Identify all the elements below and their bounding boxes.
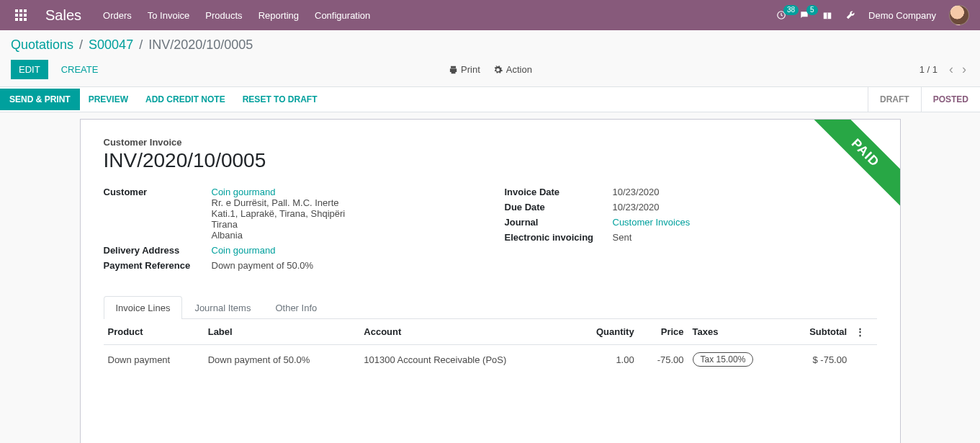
gear-icon — [493, 65, 503, 75]
td-subtotal: $ -75.00 — [786, 345, 851, 375]
company-name[interactable]: Demo Company — [868, 10, 936, 21]
th-account: Account — [359, 319, 572, 345]
menu-configuration[interactable]: Configuration — [315, 10, 370, 21]
th-options[interactable]: ⋮ — [851, 319, 876, 345]
einv-label: Electronic invoicing — [505, 232, 613, 243]
activities-indicator[interactable]: 38 — [776, 10, 786, 20]
delivery-link[interactable]: Coin gourmand — [212, 245, 276, 256]
tax-pill[interactable]: Tax 15.00% — [693, 352, 754, 367]
tab-invoice-lines[interactable]: Invoice Lines — [104, 296, 183, 319]
addr-line-2: Kati.1, Laprakë, Tirana, Shqipëri — [212, 208, 346, 219]
invoice-date-value: 10/23/2020 — [613, 187, 660, 197]
send-print-button[interactable]: SEND & PRINT — [0, 89, 80, 110]
gift-icon[interactable] — [822, 10, 832, 20]
customer-label: Customer — [104, 187, 212, 197]
apps-icon[interactable] — [11, 9, 31, 21]
doc-type-label: Customer Invoice — [104, 137, 877, 148]
due-date-label: Due Date — [505, 202, 613, 212]
menu-products[interactable]: Products — [205, 10, 242, 21]
topbar-right: 38 5 Demo Company — [776, 5, 969, 25]
addr-line-4: Albania — [212, 230, 346, 241]
user-avatar[interactable] — [949, 5, 969, 25]
pager-prev[interactable]: ‹ — [946, 62, 956, 77]
td-label: Down payment of 50.0% — [204, 345, 360, 375]
create-button[interactable]: CREATE — [54, 61, 106, 79]
status-draft[interactable]: DRAFT — [868, 87, 921, 112]
payref-label: Payment Reference — [104, 260, 212, 271]
body-scroll[interactable]: PAID Customer Invoice INV/2020/10/0005 C… — [0, 119, 980, 443]
addr-line-1: Rr. e Durrësit, Pall. M.C. Inerte — [212, 197, 346, 208]
app-title[interactable]: Sales — [45, 7, 81, 24]
preview-button[interactable]: PREVIEW — [80, 89, 137, 109]
th-subtotal: Subtotal — [786, 319, 851, 345]
payref-value: Down payment of 50.0% — [212, 260, 314, 271]
journal-label: Journal — [505, 217, 613, 228]
tab-journal-items[interactable]: Journal Items — [182, 296, 263, 319]
customer-link[interactable]: Coin gourmand — [212, 187, 276, 197]
einv-value: Sent — [613, 232, 632, 243]
th-price: Price — [639, 319, 688, 345]
messages-indicator[interactable]: 5 — [799, 10, 809, 20]
breadcrumb-row: Quotations / S00047 / INV/2020/10/0005 — [0, 30, 980, 55]
action-button[interactable]: Action — [493, 64, 532, 75]
pager-next[interactable]: › — [959, 62, 969, 77]
info-col-right: Invoice Date 10/23/2020 Due Date 10/23/2… — [505, 187, 877, 275]
edit-button[interactable]: EDIT — [11, 60, 48, 79]
invoice-lines-table: Product Label Account Quantity Price Tax… — [104, 319, 877, 374]
breadcrumb-sep: / — [79, 37, 83, 53]
addr-line-3: Tirana — [212, 219, 346, 230]
menu-orders[interactable]: Orders — [103, 10, 132, 21]
add-credit-note-button[interactable]: ADD CREDIT NOTE — [137, 89, 234, 109]
center-actions: Print Action — [448, 64, 532, 75]
td-price: -75.00 — [639, 345, 688, 375]
invoice-date-label: Invoice Date — [505, 187, 613, 197]
td-product: Down payment — [104, 345, 204, 375]
wrench-icon[interactable] — [845, 10, 855, 20]
menu-to-invoice[interactable]: To Invoice — [148, 10, 190, 21]
activities-badge: 38 — [783, 5, 799, 15]
info-grid: Customer Coin gourmand Rr. e Durrësit, P… — [104, 187, 877, 275]
print-button[interactable]: Print — [448, 64, 480, 75]
action-label: Action — [506, 64, 532, 75]
pager-count: 1 / 1 — [920, 64, 938, 75]
form-sheet: PAID Customer Invoice INV/2020/10/0005 C… — [80, 119, 901, 443]
reset-to-draft-button[interactable]: RESET TO DRAFT — [234, 89, 326, 109]
td-account: 101300 Account Receivable (PoS) — [359, 345, 572, 375]
breadcrumb: Quotations / S00047 / INV/2020/10/0005 — [11, 37, 969, 53]
due-date-value: 10/23/2020 — [613, 202, 660, 212]
td-quantity: 1.00 — [572, 345, 638, 375]
tabs: Invoice Lines Journal Items Other Info — [104, 295, 877, 319]
th-product: Product — [104, 319, 204, 345]
control-row: EDIT CREATE Print Action 1 / 1 ‹ › — [0, 55, 980, 86]
top-menu: Orders To Invoice Products Reporting Con… — [103, 10, 370, 21]
print-label: Print — [461, 64, 480, 75]
breadcrumb-sep: / — [139, 37, 143, 53]
statusbar: SEND & PRINT PREVIEW ADD CREDIT NOTE RES… — [0, 86, 980, 112]
delivery-label: Delivery Address — [104, 245, 212, 256]
th-taxes: Taxes — [688, 319, 786, 345]
th-quantity: Quantity — [572, 319, 638, 345]
messages-badge: 5 — [806, 5, 818, 15]
journal-link[interactable]: Customer Invoices — [613, 217, 691, 228]
table-row[interactable]: Down payment Down payment of 50.0% 10130… — [104, 345, 877, 375]
doc-title: INV/2020/10/0005 — [104, 149, 877, 172]
tab-other-info[interactable]: Other Info — [263, 296, 329, 319]
td-taxes: Tax 15.00% — [688, 345, 786, 375]
breadcrumb-quotations[interactable]: Quotations — [11, 37, 73, 53]
th-label: Label — [204, 319, 360, 345]
info-col-left: Customer Coin gourmand Rr. e Durrësit, P… — [104, 187, 476, 275]
pager: 1 / 1 ‹ › — [920, 62, 969, 77]
menu-reporting[interactable]: Reporting — [259, 10, 299, 21]
svg-rect-3 — [827, 13, 827, 19]
breadcrumb-order[interactable]: S00047 — [89, 37, 133, 53]
print-icon — [448, 65, 458, 75]
status-steps: DRAFT POSTED — [868, 87, 980, 112]
top-navbar: Sales Orders To Invoice Products Reporti… — [0, 0, 980, 30]
status-posted[interactable]: POSTED — [921, 87, 980, 112]
breadcrumb-current: INV/2020/10/0005 — [148, 37, 253, 53]
